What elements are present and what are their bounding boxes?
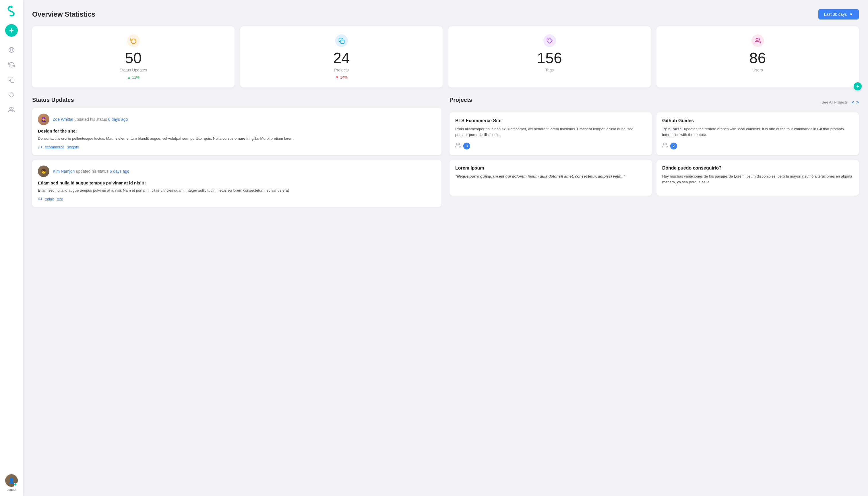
tag-icon-1: 🏷 bbox=[38, 197, 42, 201]
status-list: 🧕 Zoe Whittal updated his status 6 days … bbox=[32, 108, 441, 207]
status-author-0[interactable]: Zoe Whittal bbox=[53, 117, 73, 122]
project-body-3: Hay muchas variaciones de los pasajes de… bbox=[662, 173, 853, 185]
projects-title: Projects bbox=[450, 97, 472, 103]
stat-label-users: Users bbox=[752, 68, 763, 72]
date-filter-button[interactable]: Last 30 days ▼ bbox=[818, 9, 859, 19]
svg-rect-3 bbox=[11, 79, 14, 82]
projects-section: Projects See All Projects < > BTS Ecomme… bbox=[450, 97, 859, 207]
svg-point-9 bbox=[456, 143, 458, 145]
project-body-2: "Neque porro quisquam est qui dolorem ip… bbox=[455, 173, 646, 179]
copy-icon bbox=[335, 34, 348, 47]
project-card-2: Lorem Ipsum "Neque porro quisquam est qu… bbox=[450, 160, 652, 195]
project-count-0: 3 bbox=[463, 143, 470, 150]
stat-change-projects: ▼ 14% bbox=[335, 75, 348, 79]
sidebar-item-globe[interactable] bbox=[5, 44, 18, 56]
svg-point-5 bbox=[10, 107, 12, 109]
arrow-down-icon: ▼ bbox=[335, 75, 339, 79]
project-title-1: Github Guides bbox=[662, 118, 853, 123]
sidebar-item-refresh[interactable] bbox=[5, 59, 18, 71]
status-title-0: Design for the site! bbox=[38, 128, 436, 134]
project-count-1: 2 bbox=[670, 143, 677, 150]
stat-card-projects: 24 Projects ▼ 14% bbox=[240, 26, 443, 88]
tag-test[interactable]: test bbox=[57, 197, 63, 201]
sidebar: 👤 Logout bbox=[0, 0, 23, 496]
status-meta-0: Zoe Whittal updated his status 6 days ag… bbox=[53, 117, 436, 122]
stat-card-users: 86 Users + bbox=[656, 26, 859, 88]
users-icon bbox=[751, 34, 764, 47]
stat-card-tags: 156 Tags bbox=[448, 26, 651, 88]
add-button[interactable] bbox=[5, 24, 18, 37]
status-time-1: 6 days ago bbox=[110, 169, 130, 173]
status-tags-1: 🏷 today test bbox=[38, 197, 436, 201]
stat-card-status-updates: 50 Status Updates ▲ 11% bbox=[32, 26, 234, 88]
bottom-row: Status Updates 🧕 Zoe Whittal updated his… bbox=[32, 97, 859, 207]
status-avatar-0: 🧕 bbox=[38, 113, 49, 125]
project-body-1: git push updates the remote branch with … bbox=[662, 126, 853, 138]
user-logout[interactable]: 👤 Logout bbox=[5, 474, 18, 492]
sidebar-item-copy[interactable] bbox=[5, 74, 18, 86]
svg-point-10 bbox=[663, 143, 665, 145]
status-card-header-1: 👦 Kim Namjon updated his status 6 days a… bbox=[38, 166, 436, 177]
status-body-1: Etiam sed nulla id augue tempus pulvinar… bbox=[38, 188, 436, 193]
status-time-0: 6 days ago bbox=[108, 117, 128, 122]
status-updates-title: Status Updates bbox=[32, 97, 441, 103]
stat-number-projects: 24 bbox=[333, 50, 350, 65]
projects-grid: BTS Ecommerce Site Proin ullamcorper ris… bbox=[450, 112, 859, 196]
inline-code: git push bbox=[662, 126, 683, 131]
stat-label-tags: Tags bbox=[545, 68, 554, 72]
status-action-1: updated his status bbox=[76, 169, 110, 173]
chevron-down-icon: ▼ bbox=[849, 12, 853, 17]
logout-label[interactable]: Logout bbox=[6, 488, 16, 492]
avatar: 👤 bbox=[5, 474, 18, 487]
projects-nav: See All Projects < > bbox=[822, 100, 859, 105]
nav-next-arrow[interactable]: > bbox=[856, 100, 859, 105]
page-header: Overview Statistics Last 30 days ▼ bbox=[32, 9, 859, 19]
svg-point-8 bbox=[756, 38, 758, 41]
project-title-3: Dónde puedo conseguirlo? bbox=[662, 166, 853, 171]
status-title-1: Etiam sed nulla id augue tempus pulvinar… bbox=[38, 181, 436, 185]
status-author-1[interactable]: Kim Namjon bbox=[53, 169, 75, 173]
stat-change-status: ▲ 11% bbox=[127, 75, 139, 79]
stat-number-users: 86 bbox=[749, 50, 766, 65]
project-footer-1: 2 bbox=[662, 142, 853, 150]
members-icon-0 bbox=[455, 142, 461, 150]
users-add-button[interactable]: + bbox=[854, 82, 862, 90]
project-title-0: BTS Ecommerce Site bbox=[455, 118, 646, 123]
project-card-1: Github Guides git push updates the remot… bbox=[656, 112, 859, 155]
status-updates-section: Status Updates 🧕 Zoe Whittal updated his… bbox=[32, 97, 441, 207]
tag-icon bbox=[543, 34, 556, 47]
user-online-dot bbox=[14, 483, 17, 486]
project-title-2: Lorem Ipsum bbox=[455, 166, 646, 171]
tag-icon-0: 🏷 bbox=[38, 145, 42, 150]
status-card-header-0: 🧕 Zoe Whittal updated his status 6 days … bbox=[38, 113, 436, 125]
page-title: Overview Statistics bbox=[32, 10, 95, 18]
status-card-0: 🧕 Zoe Whittal updated his status 6 days … bbox=[32, 108, 441, 155]
project-card-3: Dónde puedo conseguirlo? Hay muchas vari… bbox=[656, 160, 859, 195]
status-body-0: Donec iaculis orci in pellentesque luctu… bbox=[38, 136, 436, 141]
sync-icon bbox=[127, 34, 140, 47]
main-content: Overview Statistics Last 30 days ▼ 50 St… bbox=[23, 0, 868, 496]
status-avatar-1: 👦 bbox=[38, 166, 49, 177]
projects-header: Projects See All Projects < > bbox=[450, 97, 859, 108]
stat-number-status: 50 bbox=[125, 50, 142, 65]
nav-prev-arrow[interactable]: < bbox=[852, 100, 854, 105]
sidebar-item-tags[interactable] bbox=[5, 88, 18, 101]
project-footer-0: 3 bbox=[455, 142, 646, 150]
status-tags-0: 🏷 ecommerce shopify bbox=[38, 145, 436, 150]
arrow-up-icon: ▲ bbox=[127, 75, 131, 79]
app-logo[interactable] bbox=[5, 4, 18, 17]
tag-today[interactable]: today bbox=[45, 197, 54, 201]
project-body-0: Proin ullamcorper risus non ex ullamcorp… bbox=[455, 126, 646, 138]
status-meta-1: Kim Namjon updated his status 6 days ago bbox=[53, 169, 436, 174]
tag-shopify[interactable]: shopify bbox=[67, 145, 79, 149]
tag-ecommerce[interactable]: ecommerce bbox=[45, 145, 64, 149]
svg-rect-6 bbox=[341, 40, 344, 43]
status-action-0: updated his status bbox=[74, 117, 108, 122]
stats-row: 50 Status Updates ▲ 11% 24 Projects ▼ 14… bbox=[32, 26, 859, 88]
see-all-projects-link[interactable]: See All Projects bbox=[822, 100, 848, 105]
members-icon-1 bbox=[662, 142, 668, 150]
sidebar-item-users[interactable] bbox=[5, 103, 18, 116]
stat-label-projects: Projects bbox=[334, 68, 349, 72]
status-card-1: 👦 Kim Namjon updated his status 6 days a… bbox=[32, 160, 441, 207]
stat-number-tags: 156 bbox=[537, 50, 562, 65]
